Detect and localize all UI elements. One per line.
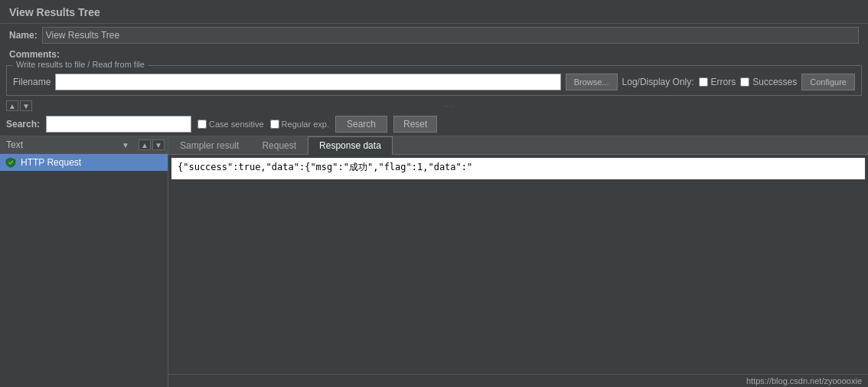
up-arrow-2[interactable]: ▲ [139, 139, 151, 150]
grip-1: ··· [35, 102, 862, 110]
left-panel-header: Text ▼ ▲ ▼ [0, 136, 168, 154]
tab-sampler-result[interactable]: Sampler result [168, 136, 250, 154]
text-dropdown[interactable]: Text ▼ [0, 136, 135, 153]
tab-request[interactable]: Request [250, 136, 308, 154]
regular-exp-checkbox[interactable] [270, 120, 279, 129]
reset-button[interactable]: Reset [393, 116, 437, 133]
dropdown-arrow-icon: ▼ [122, 141, 129, 149]
text-dropdown-label: Text [6, 139, 23, 150]
comments-label: Comments: [9, 49, 60, 60]
search-row: Search: Case sensitive Regular exp. Sear… [0, 113, 868, 136]
filename-label: Filename [13, 77, 51, 87]
browse-button[interactable]: Browse... [566, 74, 618, 90]
bottom-bar: https://blog.csdn.net/zyooooxie [168, 374, 868, 387]
search-button[interactable]: Search [335, 116, 387, 133]
errors-checkbox[interactable] [699, 77, 708, 87]
left-panel: Text ▼ ▲ ▼ HTTP Reque [0, 136, 168, 387]
case-sensitive-checkbox[interactable] [197, 120, 207, 129]
search-label: Search: [6, 119, 40, 130]
successes-checkbox[interactable] [740, 77, 749, 87]
bottom-section: Text ▼ ▲ ▼ HTTP Reque [0, 136, 868, 387]
right-panel: Sampler result Request Response data {"s… [168, 136, 868, 387]
arrow-controls-2: ▲ ▼ [139, 139, 165, 150]
file-group-legend: Write results to file / Read from file [13, 60, 148, 69]
name-row: Name: [0, 24, 868, 47]
file-group: Write results to file / Read from file F… [6, 65, 862, 96]
tab-response-data[interactable]: Response data [308, 136, 393, 155]
case-sensitive-label: Case sensitive [197, 120, 264, 129]
errors-checkbox-group: Errors [699, 77, 736, 87]
successes-checkbox-group: Successes [740, 77, 797, 87]
configure-button[interactable]: Configure [801, 74, 855, 90]
filename-input[interactable] [55, 74, 560, 90]
tree-item-label: HTTP Request [21, 157, 81, 168]
left-panel-arrows: ▲ ▼ [135, 138, 168, 152]
errors-label: Errors [711, 77, 736, 87]
successes-label: Successes [752, 77, 797, 87]
file-row: Filename Browse... Log/Display Only: Err… [13, 71, 855, 90]
title-bar: View Results Tree [0, 0, 868, 24]
main-container: View Results Tree Name: Comments: Write … [0, 0, 868, 387]
arrow-controls-1: ▲ ▼ [6, 100, 32, 111]
tabs-row: Sampler result Request Response data [168, 136, 868, 155]
window-title: View Results Tree [9, 6, 100, 18]
name-input[interactable] [42, 27, 859, 44]
down-arrow-1[interactable]: ▼ [20, 100, 32, 111]
response-text: {"success":true,"data":{"msg":"成功","flag… [171, 158, 865, 179]
url-text: https://blog.csdn.net/zyooooxie [746, 376, 862, 385]
name-label: Name: [9, 30, 38, 41]
down-arrow-2[interactable]: ▼ [152, 139, 165, 150]
log-display-label: Log/Display Only: [622, 77, 694, 87]
http-request-tree-item[interactable]: HTTP Request [0, 154, 168, 171]
up-arrow-1[interactable]: ▲ [6, 100, 18, 111]
divider-row-1: ▲ ▼ ··· [0, 99, 868, 113]
regular-exp-label: Regular exp. [270, 120, 329, 129]
response-content-area: {"success":true,"data":{"msg":"成功","flag… [168, 155, 868, 374]
shield-icon [5, 156, 17, 169]
search-input[interactable] [46, 116, 191, 133]
